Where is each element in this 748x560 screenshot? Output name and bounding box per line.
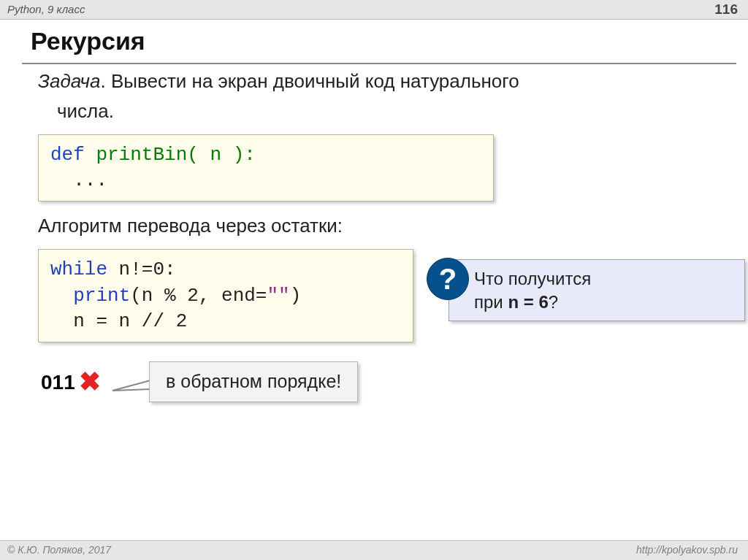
task-line-2: числа. [57,99,719,124]
print-args-b: ) [290,285,302,307]
callout-box: в обратном порядке! [149,361,358,402]
question-mark-icon: ? [439,264,457,294]
callout-arrow-icon [111,379,152,394]
code2-line3: n = n // 2 [50,310,187,332]
fn-name: printBin( n ): [85,144,256,166]
kw-print: print [73,285,130,307]
callout-text: в обратном порядке! [166,371,341,391]
question-line2a: при [474,292,508,312]
code-block-1: def printBin( n ): ... [38,134,494,202]
slide-title: Рекурсия [31,27,748,55]
task-text-1: . Вывести на экран двоичный код натураль… [100,70,519,92]
task-label: Задача [38,70,100,92]
row-result: 011 ✖ в обратном порядке! [38,361,719,413]
code1-body: ... [50,169,107,191]
output-011: 011 [41,369,75,396]
question-line1: Что получится [474,269,591,288]
str-empty: "" [267,285,289,307]
indent [50,285,73,307]
row-code-question: while n!=0: print(n % 2, end="") n = n /… [38,249,719,358]
cross-icon: ✖ [79,364,101,400]
while-cond: n!=0: [107,258,176,280]
footer-right: http://kpolyakov.spb.ru [636,544,738,556]
kw-while: while [50,258,107,280]
question-n: n = 6 [508,292,548,312]
question-line2c: ? [549,292,558,312]
kw-def: def [50,144,85,166]
question-box: Что получится при n = 6? [449,259,745,321]
header-left: Python, 9 класс [7,3,85,15]
footer-left: © К.Ю. Поляков, 2017 [7,544,111,556]
page-number: 116 [714,1,738,18]
code-block-2: while n!=0: print(n % 2, end="") n = n /… [38,249,413,342]
algo-text: Алгоритм перевода через остатки: [38,213,719,239]
print-args-a: (n % 2, end= [130,285,267,307]
slide-footer: © К.Ю. Поляков, 2017 http://kpolyakov.sp… [0,540,748,560]
content: Задача. Вывести на экран двоичный код на… [0,64,748,413]
task-line-1: Задача. Вывести на экран двоичный код на… [38,69,719,94]
title-area: Рекурсия [0,20,748,61]
slide-header: Python, 9 класс 116 [0,0,748,20]
